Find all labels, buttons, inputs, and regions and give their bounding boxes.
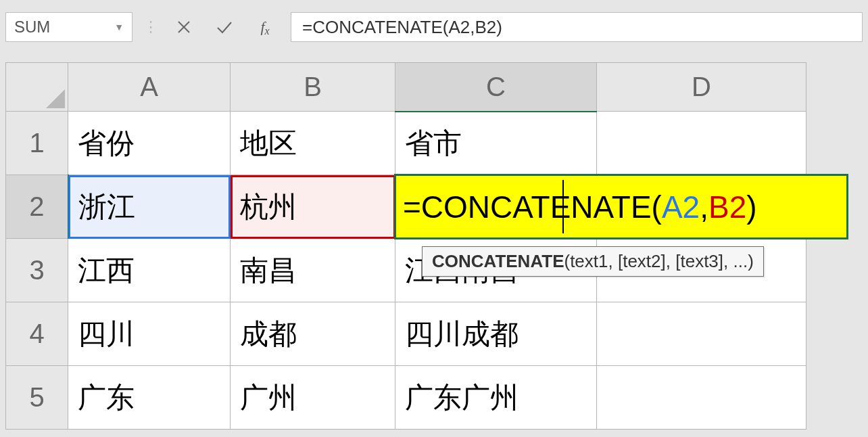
- function-tooltip: CONCATENATE(text1, [text2], [text3], ...…: [422, 246, 764, 277]
- cell-d5[interactable]: [597, 366, 806, 430]
- formula-ref-a2: A2: [662, 189, 700, 225]
- row-header-2[interactable]: 2: [6, 175, 68, 239]
- formula-comma: ,: [700, 189, 708, 225]
- select-all-corner[interactable]: [6, 63, 68, 112]
- enter-button[interactable]: [210, 12, 239, 42]
- cell-a1[interactable]: 省份: [68, 112, 231, 175]
- formula-suffix: ): [746, 189, 756, 225]
- cell-editor[interactable]: =CONCATENATE(A2,B2): [394, 174, 848, 239]
- formula-bar: SUM ▼ ⋮ fx =CONCATENATE(A2,B2): [0, 0, 868, 57]
- cell-b2[interactable]: 杭州: [231, 175, 395, 239]
- cell-c4[interactable]: 四川成都: [395, 302, 597, 366]
- row-header-5[interactable]: 5: [6, 366, 68, 430]
- cell-b1[interactable]: 地区: [231, 112, 395, 175]
- cell-c5[interactable]: 广东广州: [395, 366, 597, 430]
- row-header-3[interactable]: 3: [6, 239, 68, 302]
- tooltip-args: (text1, [text2], [text3], ...): [564, 251, 753, 271]
- close-icon: [176, 20, 191, 34]
- svg-marker-2: [46, 89, 65, 108]
- cell-b4[interactable]: 成都: [231, 302, 395, 366]
- formula-text: =CONCATENATE(A2,B2): [302, 17, 502, 38]
- column-header-b[interactable]: B: [231, 63, 395, 112]
- cell-d4[interactable]: [597, 302, 806, 366]
- cell-a3[interactable]: 江西: [68, 239, 231, 302]
- cell-b5[interactable]: 广州: [231, 366, 395, 430]
- formula-ref-b2: B2: [708, 189, 746, 225]
- cell-c1[interactable]: 省市: [395, 112, 597, 175]
- formula-prefix: =CONCATENATE(: [403, 189, 662, 225]
- chevron-down-icon[interactable]: ▼: [114, 22, 124, 32]
- cell-c2[interactable]: =CONCATENATE(A2,B2): [395, 175, 597, 239]
- cell-a4[interactable]: 四川: [68, 302, 231, 366]
- name-box[interactable]: SUM ▼: [5, 12, 132, 42]
- text-cursor: [562, 180, 564, 233]
- cell-d1[interactable]: [597, 112, 806, 175]
- cancel-button[interactable]: [169, 12, 199, 42]
- fx-icon: fx: [260, 18, 269, 36]
- name-box-value: SUM: [14, 18, 50, 37]
- row-header-1[interactable]: 1: [6, 112, 68, 175]
- column-header-d[interactable]: D: [597, 63, 806, 112]
- cell-a5[interactable]: 广东: [68, 366, 231, 430]
- insert-function-button[interactable]: fx: [250, 12, 280, 42]
- column-header-c[interactable]: C: [395, 63, 597, 112]
- cell-b3[interactable]: 南昌: [231, 239, 395, 302]
- tooltip-function-name: CONCATENATE: [432, 251, 564, 271]
- divider: ⋮: [143, 18, 158, 36]
- triangle-icon: [46, 89, 65, 108]
- check-icon: [216, 20, 233, 34]
- cell-a2[interactable]: 浙江: [68, 175, 231, 239]
- formula-input[interactable]: =CONCATENATE(A2,B2): [291, 12, 863, 42]
- column-header-a[interactable]: A: [68, 63, 231, 112]
- sheet-area: A B C D 1 省份 地区 省市 2 浙江 杭州 =CONCATENATE(…: [0, 57, 868, 437]
- row-header-4[interactable]: 4: [6, 302, 68, 366]
